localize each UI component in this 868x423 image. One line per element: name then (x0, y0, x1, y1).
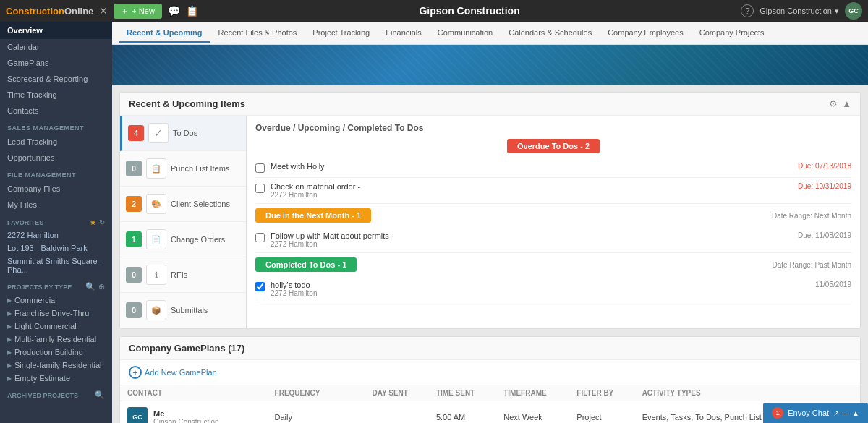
gameplans-title: Company GamePlans (17) (129, 343, 244, 354)
minimize-icon[interactable]: — (842, 409, 849, 417)
due-soon-badge[interactable]: Due in the Next Month - 1 (255, 208, 371, 223)
sidebar-item-opportunities[interactable]: Opportunities (0, 150, 112, 166)
sidebar-fav-item-hamilton[interactable]: 2272 Hamilton (0, 228, 112, 242)
col-filter-by: FILTER BY (569, 385, 634, 401)
sidebar-item-company-files[interactable]: Company Files (0, 181, 112, 197)
todo-checkbox-4[interactable] (255, 282, 265, 291)
avatar[interactable]: GC (845, 2, 862, 20)
todo-due-4: 11/05/2019 (815, 281, 851, 289)
completed-badge[interactable]: Completed To Dos - 1 (255, 257, 357, 272)
client-selections-badge: 2 (126, 196, 142, 212)
hero-banner (112, 45, 868, 85)
dropdown-arrow-icon: ▾ (835, 7, 839, 16)
expand-icon[interactable]: ▲ (852, 409, 859, 417)
sidebar-item-my-files[interactable]: My Files (0, 197, 112, 213)
overdue-badge-row: Overdue To Dos - 2 (255, 139, 851, 153)
collapse-icon[interactable]: ▲ (842, 98, 851, 109)
sidebar-item-lead-tracking[interactable]: Lead Tracking (0, 134, 112, 150)
right-panel-title: Overdue / Upcoming / Completed To Dos (255, 123, 851, 133)
completed-badge-row: Completed To Dos - 1 Date Range: Past Mo… (255, 257, 851, 272)
envoy-chat-widget[interactable]: 1 Envoy Chat ↗ — ▲ (763, 403, 868, 423)
recent-upcoming-header-icons: ⚙ ▲ (829, 98, 851, 109)
notification-icon[interactable]: 📋 (186, 5, 198, 17)
projects-by-type-header: PROJECTS BY TYPE 🔍 ⊕ (0, 276, 112, 294)
left-panel-todos[interactable]: 4 ✓ To Dos (120, 116, 246, 151)
recent-upcoming-title: Recent & Upcoming Items (129, 98, 245, 109)
tab-project-tracking[interactable]: Project Tracking (305, 24, 377, 43)
settings-icon[interactable]: ⚙ (829, 98, 838, 109)
envoy-chat-badge: 1 (772, 407, 783, 419)
sales-management-label: SALES MANAGEMENT (0, 119, 112, 134)
project-type-icons: 🔍 ⊕ (85, 282, 105, 291)
sidebar-item-calendar[interactable]: Calendar (0, 39, 112, 55)
timeframe-0: Next Week (496, 401, 569, 424)
change-orders-icon: 📄 (146, 229, 166, 249)
gameplans-table: CONTACT FREQUENCY DAY SENT TIME SENT TIM… (120, 385, 860, 423)
envoy-chat-label: Envoy Chat (788, 409, 829, 417)
table-row: Meet with Holly Due: 07/13/2018 (255, 158, 851, 178)
add-gameplan-button[interactable]: + Add New GamePlan (129, 366, 217, 379)
sidebar-item-overview[interactable]: Overview (0, 22, 112, 39)
chat-icon[interactable]: 💬 (168, 5, 180, 17)
tab-recent-upcoming[interactable]: Recent & Upcoming (119, 24, 210, 43)
sidebar-item-gameplans[interactable]: GamePlans (0, 55, 112, 71)
sidebar-project-singlefamily[interactable]: ▶Single-family Residential (0, 359, 112, 372)
left-panel: 4 ✓ To Dos 0 📋 Punch List Items 2 🎨 (120, 116, 247, 328)
left-panel-change-orders[interactable]: 1 📄 Change Orders (120, 222, 246, 257)
refresh-icon[interactable]: ↻ (99, 218, 105, 226)
user-menu[interactable]: Gipson Construction ▾ (760, 7, 839, 16)
add-gameplan-row: + Add New GamePlan (120, 360, 860, 385)
search-icon[interactable]: 🔍 (85, 282, 95, 291)
table-row: Check on material order - 2272 Hamilton … (255, 178, 851, 204)
sidebar-project-empty[interactable]: ▶Empty Estimate (0, 372, 112, 385)
sidebar-fav-item-summit[interactable]: Summit at Smiths Square - Pha... (0, 255, 112, 276)
todo-subtitle-4: 2272 Hamilton (271, 289, 815, 297)
left-panel-rfis[interactable]: 0 ℹ RFIs (120, 257, 246, 293)
todo-checkbox-1[interactable] (255, 163, 265, 173)
chevron-right-icon: ▶ (7, 323, 12, 330)
external-link-icon[interactable]: ↗ (833, 409, 839, 417)
new-button[interactable]: ＋ + New (114, 4, 162, 19)
help-button[interactable]: ? (741, 4, 754, 17)
time-sent-0: 5:00 AM (429, 401, 496, 424)
sidebar-project-commercial[interactable]: ▶Commercial (0, 294, 112, 307)
add-project-icon[interactable]: ⊕ (98, 282, 105, 291)
overdue-badge[interactable]: Overdue To Dos - 2 (507, 139, 600, 153)
header-left: ConstructionOnline ✕ ＋ + New 💬 📋 (6, 4, 198, 19)
todo-checkbox-2[interactable] (255, 184, 265, 193)
sidebar-project-multifamily[interactable]: ▶Multi-family Residential (0, 333, 112, 346)
star-icon[interactable]: ★ (90, 218, 96, 226)
table-row: holly's todo 2272 Hamilton 11/05/2019 (255, 276, 851, 302)
punchlist-icon: 📋 (146, 158, 166, 179)
sidebar-item-contacts[interactable]: Contacts (0, 103, 112, 119)
tab-recent-files[interactable]: Recent Files & Photos (211, 24, 305, 43)
todo-title-4: holly's todo (271, 281, 815, 289)
todo-checkbox-3[interactable] (255, 233, 265, 242)
sidebar-item-time-tracking[interactable]: Time Tracking (0, 87, 112, 103)
logo-highlight: Construction (6, 6, 64, 17)
tab-employees[interactable]: Company Employees (600, 24, 691, 43)
add-gameplan-label: Add New GamePlan (145, 368, 217, 377)
todo-subtitle-3: 2272 Hamilton (271, 240, 798, 248)
sidebar-project-franchise[interactable]: ▶Franchise Drive-Thru (0, 307, 112, 320)
chevron-right-icon: ▶ (7, 375, 12, 382)
sidebar-project-production[interactable]: ▶Production Building (0, 346, 112, 359)
tab-communication[interactable]: Communication (430, 24, 500, 43)
left-panel-punchlist[interactable]: 0 📋 Punch List Items (120, 151, 246, 187)
client-selections-label: Client Selections (171, 200, 230, 208)
logo[interactable]: ConstructionOnline (6, 6, 93, 17)
left-panel-client-selections[interactable]: 2 🎨 Client Selections (120, 187, 246, 222)
content-area: Recent & Upcoming Recent Files & Photos … (112, 22, 868, 423)
tab-calendars[interactable]: Calendars & Schedules (501, 24, 599, 43)
sidebar-fav-item-baldwin[interactable]: Lot 193 - Baldwin Park (0, 242, 112, 255)
rfis-icon: ℹ (146, 265, 166, 285)
search-archived-icon[interactable]: 🔍 (95, 390, 105, 400)
sidebar-item-scorecard[interactable]: Scorecard & Reporting (0, 71, 112, 87)
sidebar-project-light[interactable]: ▶Light Commercial (0, 320, 112, 333)
left-panel-submittals[interactable]: 0 📦 Submittals (120, 293, 246, 328)
tab-company-projects[interactable]: Company Projects (692, 24, 772, 43)
tab-financials[interactable]: Financials (378, 24, 429, 43)
close-icon[interactable]: ✕ (99, 5, 108, 17)
table-row: Follow up with Matt about permits 2272 H… (255, 227, 851, 253)
col-frequency: FREQUENCY (268, 385, 365, 401)
